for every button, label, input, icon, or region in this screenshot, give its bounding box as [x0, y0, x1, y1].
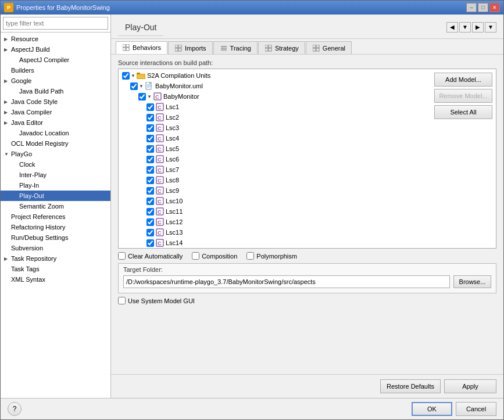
- nav-menu-button[interactable]: ▼: [485, 22, 496, 33]
- polymorphism-label[interactable]: Polymorphism: [246, 252, 297, 260]
- source-item-lsc1[interactable]: CLsc1: [120, 102, 430, 112]
- composition-label[interactable]: Composition: [192, 252, 237, 260]
- composition-checkbox[interactable]: [192, 252, 199, 260]
- clear-automatically-text: Clear Automatically: [128, 253, 183, 260]
- tree-item-xml-syntax[interactable]: XML Syntax: [1, 274, 110, 285]
- filter-input[interactable]: [3, 17, 108, 30]
- composition-text: Composition: [202, 253, 237, 260]
- tree-item-java-compiler[interactable]: ▶Java Compiler: [1, 107, 110, 117]
- tree-item-playgo[interactable]: ▼PlayGo: [1, 149, 110, 159]
- nav-forward-button[interactable]: ▶: [472, 22, 484, 33]
- minimize-button[interactable]: –: [466, 3, 477, 12]
- source-item-lsc11[interactable]: CLsc11: [120, 206, 430, 217]
- source-item-checkbox[interactable]: [146, 124, 154, 132]
- nav-back-button[interactable]: ◀: [446, 22, 458, 33]
- source-item-checkbox[interactable]: [146, 177, 154, 184]
- select-all-button[interactable]: Select All: [434, 105, 492, 119]
- right-panel: Play-Out ◀ ▼ ▶ ▼ BehaviorsImportsTracing…: [111, 15, 503, 398]
- source-item-checkbox[interactable]: [146, 198, 154, 205]
- source-item-lsc12[interactable]: CLsc12: [120, 217, 430, 227]
- remove-model-button[interactable]: Remove Model...: [434, 89, 492, 103]
- tab-label: Imports: [185, 45, 206, 52]
- main-window: P Properties for BabyMonitorSwing – □ ✕ …: [0, 0, 504, 420]
- expand-arrow-icon: ▼: [147, 94, 152, 99]
- source-item-lsc10[interactable]: CLsc10: [120, 196, 430, 206]
- source-item-checkbox[interactable]: [138, 93, 146, 100]
- source-item-babymonitor.uml[interactable]: ▼BabyMonitor.uml: [120, 81, 430, 91]
- source-item-checkbox[interactable]: [146, 239, 154, 247]
- tree-item-run/debug-settings[interactable]: Run/Debug Settings: [1, 232, 110, 243]
- source-item-checkbox[interactable]: [146, 166, 154, 174]
- tree-item-java-build-path[interactable]: Java Build Path: [1, 86, 110, 96]
- clear-automatically-label[interactable]: Clear Automatically: [118, 252, 183, 260]
- source-item-checkbox[interactable]: [122, 72, 130, 80]
- tree-item-semantic-zoom[interactable]: Semantic Zoom: [1, 201, 110, 211]
- restore-defaults-button[interactable]: Restore Defaults: [380, 379, 441, 393]
- tab-imports[interactable]: Imports: [168, 41, 213, 54]
- browse-button[interactable]: Browse...: [453, 275, 491, 288]
- tree-item-java-editor[interactable]: ▶Java Editor: [1, 117, 110, 128]
- source-item-lsc2[interactable]: CLsc2: [120, 112, 430, 123]
- tree-item-google[interactable]: ▶Google: [1, 76, 110, 86]
- source-item-checkbox[interactable]: [130, 82, 138, 90]
- source-item-checkbox[interactable]: [146, 208, 154, 216]
- svg-rect-17: [313, 48, 316, 51]
- source-item-checkbox[interactable]: [146, 229, 154, 236]
- source-item-checkbox[interactable]: [146, 114, 154, 121]
- tree-item-builders[interactable]: Builders: [1, 65, 110, 76]
- source-item-lsc13[interactable]: CLsc13: [120, 227, 430, 238]
- source-item-lsc5[interactable]: CLsc5: [120, 143, 430, 154]
- tree-item-aspectj-build[interactable]: ▶AspectJ Build: [1, 44, 110, 55]
- tab-general[interactable]: General: [306, 41, 352, 54]
- maximize-button[interactable]: □: [478, 3, 488, 12]
- source-item-checkbox[interactable]: [146, 145, 154, 153]
- tree-item-inter-play[interactable]: Inter-Play: [1, 170, 110, 180]
- tree-item-java-code-style[interactable]: ▶Java Code Style: [1, 96, 110, 107]
- tree-item-project-references[interactable]: Project References: [1, 211, 110, 222]
- source-item-lsc3[interactable]: CLsc3: [120, 123, 430, 133]
- source-item-lsc8[interactable]: CLsc8: [120, 175, 430, 185]
- tree-item-aspectj-compiler[interactable]: AspectJ Compiler: [1, 55, 110, 65]
- source-item-lsc6[interactable]: CLsc6: [120, 154, 430, 164]
- source-item-checkbox[interactable]: [146, 103, 154, 111]
- target-folder-input[interactable]: [123, 275, 450, 288]
- source-item-checkbox[interactable]: [146, 156, 154, 163]
- use-system-gui-checkbox[interactable]: [118, 297, 126, 304]
- tree-item-subversion[interactable]: Subversion: [1, 243, 110, 253]
- tree-item-javadoc-location[interactable]: Javadoc Location: [1, 128, 110, 138]
- clear-automatically-checkbox[interactable]: [118, 252, 126, 260]
- source-item-lsc7[interactable]: CLsc7: [120, 164, 430, 175]
- tab-tracing[interactable]: Tracing: [213, 41, 258, 54]
- source-item-lsc14[interactable]: CLsc14: [120, 238, 430, 247]
- svg-rect-16: [316, 45, 319, 48]
- polymorphism-checkbox[interactable]: [246, 252, 254, 260]
- close-button[interactable]: ✕: [489, 3, 500, 12]
- tree-item-resource[interactable]: ▶Resource: [1, 34, 110, 44]
- tree-item-ocl-model-registry[interactable]: OCL Model Registry: [1, 138, 110, 149]
- tab-strategy[interactable]: Strategy: [258, 41, 305, 54]
- tab-behaviors[interactable]: Behaviors: [116, 41, 167, 54]
- tree-item-refactoring-history[interactable]: Refactoring History: [1, 222, 110, 232]
- svg-rect-7: [178, 48, 181, 51]
- source-item-lsc9[interactable]: CLsc9: [120, 185, 430, 196]
- nav-down-button[interactable]: ▼: [459, 22, 471, 33]
- title-bar: P Properties for BabyMonitorSwing – □ ✕: [1, 1, 503, 15]
- help-button[interactable]: ?: [8, 402, 22, 416]
- cancel-button[interactable]: Cancel: [456, 402, 496, 416]
- source-item-checkbox[interactable]: [146, 187, 154, 195]
- tree-item-task-tags[interactable]: Task Tags: [1, 264, 110, 274]
- source-item-checkbox[interactable]: [146, 218, 154, 226]
- source-item-lsc4[interactable]: CLsc4: [120, 133, 430, 143]
- source-item-checkbox[interactable]: [146, 135, 154, 142]
- tree-item-play-in[interactable]: Play-In: [1, 180, 110, 191]
- ok-button[interactable]: OK: [412, 402, 452, 416]
- tree-item-play-out[interactable]: Play-Out: [1, 191, 110, 201]
- apply-button[interactable]: Apply: [444, 379, 496, 393]
- tree-item-task-repository[interactable]: ▶Task Repository: [1, 253, 110, 264]
- filter-container: [1, 15, 110, 33]
- tree-item-clock[interactable]: Clock: [1, 159, 110, 170]
- source-item-s2a compilation units[interactable]: ▼S2A Compilation Units: [120, 70, 430, 81]
- system-gui-row: Use System Model GUI: [118, 297, 496, 304]
- add-model-button[interactable]: Add Model...: [434, 73, 492, 87]
- source-item-babymonitor[interactable]: ▼CBabyMonitor: [120, 91, 430, 102]
